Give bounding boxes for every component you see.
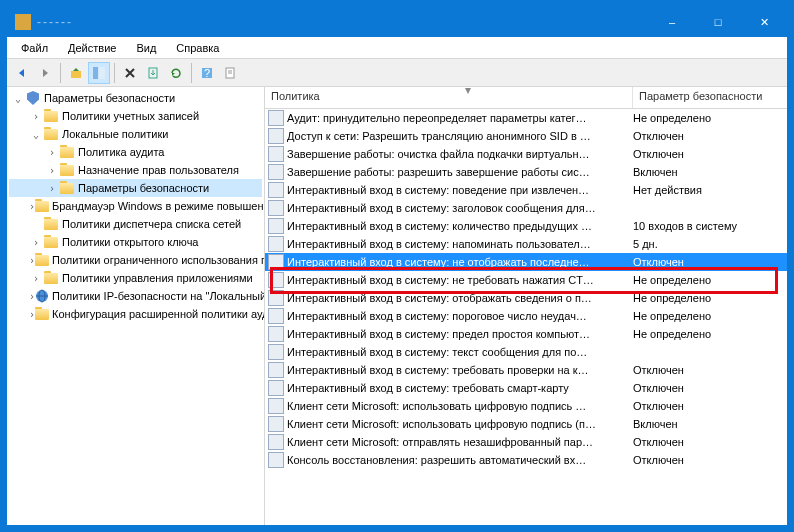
policy-icon	[268, 272, 284, 288]
folder-icon	[35, 255, 49, 266]
policy-value: Не определено	[633, 310, 785, 322]
tree-item[interactable]: ›Политики открытого ключа	[9, 233, 262, 251]
help-button[interactable]: ?	[196, 62, 218, 84]
tree-label: Политика аудита	[78, 146, 164, 158]
policy-row[interactable]: Интерактивный вход в систему: требовать …	[265, 361, 787, 379]
policy-value: Отключен	[633, 364, 785, 376]
folder-icon	[60, 147, 74, 158]
policy-row[interactable]: Интерактивный вход в систему: напоминать…	[265, 235, 787, 253]
policy-row[interactable]: Завершение работы: разрешить завершение …	[265, 163, 787, 181]
properties-button[interactable]	[219, 62, 241, 84]
policy-row[interactable]: Интерактивный вход в систему: отображать…	[265, 289, 787, 307]
policy-label: Консоль восстановления: разрешить автома…	[287, 454, 633, 466]
tree-label: Параметры безопасности	[44, 92, 175, 104]
policy-label: Клиент сети Microsoft: использовать цифр…	[287, 418, 633, 430]
policy-label: Аудит: принудительно переопределяет пара…	[287, 112, 633, 124]
menubar: Файл Действие Вид Справка	[7, 37, 787, 59]
policy-label: Клиент сети Microsoft: использовать цифр…	[287, 400, 633, 412]
policy-row[interactable]: Доступ к сети: Разрешить трансляцию анон…	[265, 127, 787, 145]
policy-row[interactable]: Консоль восстановления: разрешить автома…	[265, 451, 787, 469]
policy-value: Включен	[633, 166, 785, 178]
policy-label: Интерактивный вход в систему: требовать …	[287, 364, 633, 376]
tree-item[interactable]: ›Брандмауэр Windows в режиме повышенной …	[9, 197, 262, 215]
tree-item[interactable]: ›Политика аудита	[9, 143, 262, 161]
menu-help[interactable]: Справка	[166, 39, 229, 57]
policy-value: Отключен	[633, 148, 785, 160]
folder-up-icon	[69, 66, 83, 80]
policy-row[interactable]: Завершение работы: очистка файла подкачк…	[265, 145, 787, 163]
tree-panel[interactable]: ⌄ Параметры безопасности ›Политики учетн…	[7, 87, 265, 525]
policy-icon	[268, 200, 284, 216]
policy-row[interactable]: Клиент сети Microsoft: использовать цифр…	[265, 415, 787, 433]
menu-view[interactable]: Вид	[126, 39, 166, 57]
forward-button[interactable]	[34, 62, 56, 84]
svg-rect-2	[99, 67, 105, 79]
policy-row[interactable]: Клиент сети Microsoft: отправлять незаши…	[265, 433, 787, 451]
policy-row[interactable]: Интерактивный вход в систему: количество…	[265, 217, 787, 235]
close-button[interactable]: ✕	[741, 7, 787, 37]
refresh-icon	[169, 66, 183, 80]
policy-row[interactable]: Интерактивный вход в систему: требовать …	[265, 379, 787, 397]
menu-action[interactable]: Действие	[58, 39, 126, 57]
policy-icon	[268, 254, 284, 270]
policy-label: Доступ к сети: Разрешить трансляцию анон…	[287, 130, 633, 142]
policy-row[interactable]: Клиент сети Microsoft: использовать цифр…	[265, 397, 787, 415]
export-button[interactable]	[142, 62, 164, 84]
policy-label: Интерактивный вход в систему: количество…	[287, 220, 633, 232]
delete-button[interactable]	[119, 62, 141, 84]
policy-value: Не определено	[633, 292, 785, 304]
tree-toggle-button[interactable]	[88, 62, 110, 84]
folder-icon	[44, 273, 58, 284]
policy-row[interactable]: Интерактивный вход в систему: не требова…	[265, 271, 787, 289]
policy-icon	[268, 362, 284, 378]
tree-item[interactable]: ›Конфигурация расширенной политики аудит…	[9, 305, 262, 323]
policy-row[interactable]: Интерактивный вход в систему: пороговое …	[265, 307, 787, 325]
col-value[interactable]: Параметр безопасности	[633, 87, 787, 108]
maximize-button[interactable]: □	[695, 7, 741, 37]
tree-root[interactable]: ⌄ Параметры безопасности	[9, 89, 262, 107]
tree-item[interactable]: ›Параметры безопасности	[9, 179, 262, 197]
policy-row[interactable]: Интерактивный вход в систему: предел про…	[265, 325, 787, 343]
policy-row[interactable]: Интерактивный вход в систему: заголовок …	[265, 199, 787, 217]
policy-value: Отключен	[633, 436, 785, 448]
x-icon	[123, 66, 137, 80]
policy-row[interactable]: Аудит: принудительно переопределяет пара…	[265, 109, 787, 127]
globe-icon	[35, 289, 49, 303]
policy-row[interactable]: Интерактивный вход в систему: не отображ…	[265, 253, 787, 271]
tree-label: Конфигурация расширенной политики аудита	[52, 308, 265, 320]
tree-item[interactable]: ›Политики управления приложениями	[9, 269, 262, 287]
up-button[interactable]	[65, 62, 87, 84]
policy-icon	[268, 290, 284, 306]
policy-label: Интерактивный вход в систему: не отображ…	[287, 256, 633, 268]
tree-item[interactable]: ⌄Локальные политики	[9, 125, 262, 143]
toolbar-divider	[114, 63, 115, 83]
folder-icon	[44, 111, 58, 122]
policy-value: Отключен	[633, 256, 785, 268]
policy-value: Не определено	[633, 274, 785, 286]
export-icon	[146, 66, 160, 80]
tree-label: Брандмауэр Windows в режиме повышенной б…	[52, 200, 265, 212]
policy-label: Интерактивный вход в систему: текст сооб…	[287, 346, 633, 358]
back-button[interactable]	[11, 62, 33, 84]
policy-row[interactable]: Интерактивный вход в систему: текст сооб…	[265, 343, 787, 361]
toolbar-divider	[191, 63, 192, 83]
tree-item[interactable]: ›Назначение прав пользователя	[9, 161, 262, 179]
tree-item[interactable]: Политики диспетчера списка сетей	[9, 215, 262, 233]
folder-icon	[44, 237, 58, 248]
menu-file[interactable]: Файл	[11, 39, 58, 57]
tree-item[interactable]: ›Политики учетных записей	[9, 107, 262, 125]
help-icon: ?	[200, 66, 214, 80]
list-body[interactable]: Аудит: принудительно переопределяет пара…	[265, 109, 787, 525]
policy-row[interactable]: Интерактивный вход в систему: поведение …	[265, 181, 787, 199]
drag-indicator-icon: ▾	[465, 87, 471, 97]
tree-item[interactable]: ›Политики IP-безопасности на "Локальный …	[9, 287, 262, 305]
col-policy[interactable]: Политика	[265, 87, 633, 108]
tree-item[interactable]: ›Политики ограниченного использования пр…	[9, 251, 262, 269]
policy-icon	[268, 398, 284, 414]
policy-value: Отключен	[633, 130, 785, 142]
policy-icon	[268, 326, 284, 342]
policy-label: Интерактивный вход в систему: не требова…	[287, 274, 633, 286]
policy-icon	[268, 182, 284, 198]
refresh-button[interactable]	[165, 62, 187, 84]
minimize-button[interactable]: –	[649, 7, 695, 37]
